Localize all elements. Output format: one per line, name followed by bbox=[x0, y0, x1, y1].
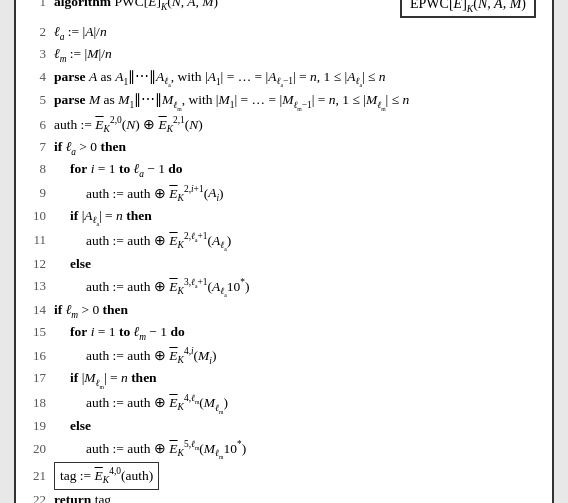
line-content: else bbox=[70, 254, 91, 275]
line-2: 2 ℓa := |A|/n bbox=[24, 22, 536, 44]
line-content: ℓa := |A|/n bbox=[54, 22, 107, 44]
line-content: auth := auth ⊕ EK2,i+1(Ai) bbox=[86, 182, 224, 206]
line-15: 15 for i = 1 to ℓm − 1 do bbox=[24, 322, 536, 344]
line-content: parse A as A1∥⋯∥Aℓa, with |A1| = … = |Aℓ… bbox=[54, 67, 386, 90]
line-content: if ℓa > 0 then bbox=[54, 137, 126, 159]
line-number: 3 bbox=[24, 44, 46, 64]
line-number: 18 bbox=[24, 393, 46, 413]
line-number: 19 bbox=[24, 416, 46, 436]
line-number: 17 bbox=[24, 368, 46, 388]
line-10: 10 if |Aℓa| = n then bbox=[24, 206, 536, 229]
epwc-box: EPWC[E]K(N, A, M) bbox=[400, 0, 536, 18]
line-content: if |Mℓm| = n then bbox=[70, 368, 157, 391]
line-20: 20 auth := auth ⊕ EK5,ℓm(Mℓm10*) bbox=[24, 437, 536, 462]
line-content: parse M as M1∥⋯∥Mℓm, with |M1| = … = |Mℓ… bbox=[54, 90, 409, 113]
line-13: 13 auth := auth ⊕ EK3,ℓa+1(Aℓa10*) bbox=[24, 275, 536, 300]
algorithm-box: 1 algorithm PWC[E]K(N, A, M) EPWC[E]K(N,… bbox=[14, 0, 554, 503]
tag-assignment-box: tag := EK4,0(auth) bbox=[54, 462, 159, 490]
line-7: 7 if ℓa > 0 then bbox=[24, 137, 536, 159]
line-number: 21 bbox=[24, 466, 46, 486]
line-content: return tag bbox=[54, 490, 111, 503]
line-17: 17 if |Mℓm| = n then bbox=[24, 368, 536, 391]
line-1: 1 algorithm PWC[E]K(N, A, M) bbox=[24, 0, 218, 14]
line-content: if |Aℓa| = n then bbox=[70, 206, 152, 229]
line-number: 9 bbox=[24, 183, 46, 203]
line-content: algorithm PWC[E]K(N, A, M) bbox=[54, 0, 218, 14]
line-number: 4 bbox=[24, 67, 46, 87]
line-content: auth := auth ⊕ EK4,i(Mi) bbox=[86, 344, 216, 368]
line-number: 8 bbox=[24, 159, 46, 179]
line-number: 11 bbox=[24, 230, 46, 250]
line-5: 5 parse M as M1∥⋯∥Mℓm, with |M1| = … = |… bbox=[24, 90, 536, 113]
line-6: 6 auth := EK2,0(N) ⊕ EK2,1(N) bbox=[24, 113, 536, 137]
line-number: 2 bbox=[24, 22, 46, 42]
line-number: 16 bbox=[24, 346, 46, 366]
line-21: 21 tag := EK4,0(auth) bbox=[24, 462, 536, 490]
line-content: for i = 1 to ℓa − 1 do bbox=[70, 159, 183, 181]
line-16: 16 auth := auth ⊕ EK4,i(Mi) bbox=[24, 344, 536, 368]
line-12: 12 else bbox=[24, 254, 536, 275]
line-18: 18 auth := auth ⊕ EK4,ℓm(Mℓm) bbox=[24, 391, 536, 416]
line-number: 10 bbox=[24, 206, 46, 226]
header-row: 1 algorithm PWC[E]K(N, A, M) EPWC[E]K(N,… bbox=[24, 0, 536, 18]
line-content: ℓm := |M|/n bbox=[54, 44, 112, 66]
line-number: 22 bbox=[24, 490, 46, 503]
line-number: 1 bbox=[24, 0, 46, 12]
line-content: auth := auth ⊕ EK2,ℓa+1(Aℓa) bbox=[86, 229, 231, 254]
line-4: 4 parse A as A1∥⋯∥Aℓa, with |A1| = … = |… bbox=[24, 67, 536, 90]
line-number: 7 bbox=[24, 137, 46, 157]
line-number: 14 bbox=[24, 300, 46, 320]
line-content: if ℓm > 0 then bbox=[54, 300, 128, 322]
line-number: 12 bbox=[24, 254, 46, 274]
line-content: auth := EK2,0(N) ⊕ EK2,1(N) bbox=[54, 113, 203, 137]
line-content: else bbox=[70, 416, 91, 437]
line-11: 11 auth := auth ⊕ EK2,ℓa+1(Aℓa) bbox=[24, 229, 536, 254]
line-19: 19 else bbox=[24, 416, 536, 437]
line-number: 13 bbox=[24, 276, 46, 296]
line-number: 6 bbox=[24, 115, 46, 135]
line-content: for i = 1 to ℓm − 1 do bbox=[70, 322, 185, 344]
line-number: 20 bbox=[24, 439, 46, 459]
line-9: 9 auth := auth ⊕ EK2,i+1(Ai) bbox=[24, 182, 536, 206]
line-content: tag := EK4,0(auth) bbox=[54, 462, 159, 490]
line-number: 5 bbox=[24, 90, 46, 110]
line-22: 22 return tag bbox=[24, 490, 536, 503]
line-number: 15 bbox=[24, 322, 46, 342]
line-14: 14 if ℓm > 0 then bbox=[24, 300, 536, 322]
line-content: auth := auth ⊕ EK4,ℓm(Mℓm) bbox=[86, 391, 228, 416]
line-8: 8 for i = 1 to ℓa − 1 do bbox=[24, 159, 536, 181]
line-content: auth := auth ⊕ EK3,ℓa+1(Aℓa10*) bbox=[86, 275, 249, 300]
line-content: auth := auth ⊕ EK5,ℓm(Mℓm10*) bbox=[86, 437, 246, 462]
line-3: 3 ℓm := |M|/n bbox=[24, 44, 536, 66]
